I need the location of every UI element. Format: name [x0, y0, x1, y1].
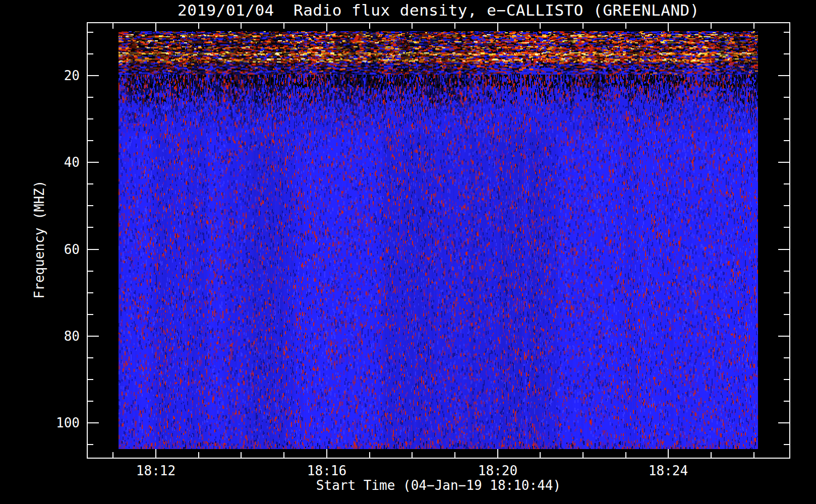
plot-frame	[87, 22, 790, 459]
x-tick-label: 18:16	[292, 463, 362, 478]
x-tick-label: 18:20	[462, 463, 533, 478]
y-tick-label: 40	[0, 155, 80, 169]
radio-spectrogram-screenshot: { "chart_data": { "type": "heatmap", "su…	[0, 0, 816, 504]
figure-canvas-area: 2019/01/04 Radio flux density, e−CALLIST…	[0, 0, 816, 504]
y-tick-label: 80	[0, 329, 80, 343]
y-axis-label: Frequency (MHZ)	[32, 180, 47, 299]
y-tick-label: 100	[0, 416, 80, 430]
chart-title: 2019/01/04 Radio flux density, e−CALLIST…	[87, 1, 790, 19]
x-axis-label: Start Time (04−Jan−19 18:10:44)	[87, 478, 790, 493]
y-tick-label: 60	[0, 242, 80, 257]
y-tick-label: 20	[0, 69, 80, 83]
x-tick-label: 18:24	[633, 463, 704, 478]
x-tick-label: 18:12	[121, 463, 191, 478]
